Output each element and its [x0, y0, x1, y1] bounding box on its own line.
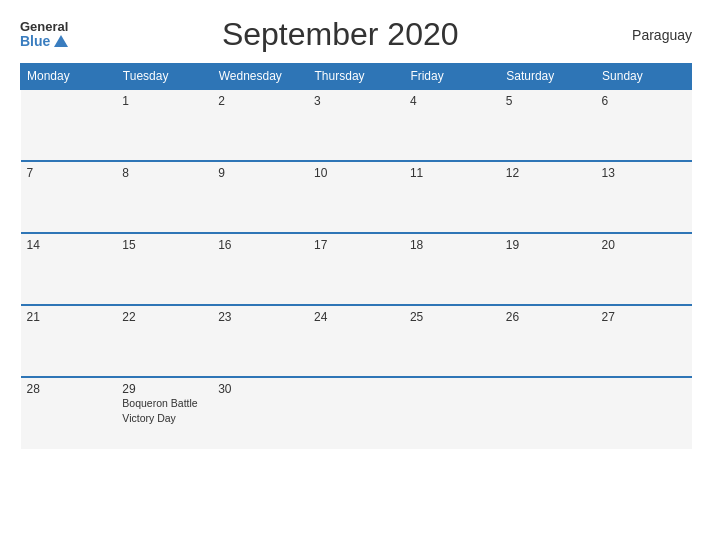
calendar-cell: 6	[596, 89, 692, 161]
header-saturday: Saturday	[500, 64, 596, 90]
day-number: 16	[218, 238, 302, 252]
week-row-4: 21222324252627	[21, 305, 692, 377]
calendar-cell: 29Boqueron Battle Victory Day	[116, 377, 212, 449]
calendar-cell	[308, 377, 404, 449]
week-row-3: 14151617181920	[21, 233, 692, 305]
calendar-cell: 14	[21, 233, 117, 305]
week-row-2: 78910111213	[21, 161, 692, 233]
day-number: 12	[506, 166, 590, 180]
logo: General Blue	[20, 20, 68, 50]
calendar-cell: 5	[500, 89, 596, 161]
calendar-cell: 2	[212, 89, 308, 161]
calendar-cell: 7	[21, 161, 117, 233]
event-label: Boqueron Battle Victory Day	[122, 397, 197, 424]
day-number: 28	[27, 382, 111, 396]
calendar-cell	[500, 377, 596, 449]
calendar-cell: 9	[212, 161, 308, 233]
day-number: 18	[410, 238, 494, 252]
calendar-cell: 30	[212, 377, 308, 449]
day-number: 3	[314, 94, 398, 108]
day-number: 17	[314, 238, 398, 252]
calendar-cell: 18	[404, 233, 500, 305]
calendar-cell	[21, 89, 117, 161]
day-number: 22	[122, 310, 206, 324]
logo-general-text: General	[20, 20, 68, 34]
calendar-cell: 27	[596, 305, 692, 377]
calendar-cell: 3	[308, 89, 404, 161]
calendar-cell: 11	[404, 161, 500, 233]
day-number: 9	[218, 166, 302, 180]
week-row-1: 123456	[21, 89, 692, 161]
calendar-cell: 21	[21, 305, 117, 377]
calendar-cell: 4	[404, 89, 500, 161]
week-row-5: 2829Boqueron Battle Victory Day30	[21, 377, 692, 449]
day-number: 29	[122, 382, 206, 396]
calendar-cell: 23	[212, 305, 308, 377]
day-number: 25	[410, 310, 494, 324]
calendar-cell: 24	[308, 305, 404, 377]
header-sunday: Sunday	[596, 64, 692, 90]
calendar-header: General Blue September 2020 Paraguay	[20, 16, 692, 53]
day-number: 27	[602, 310, 686, 324]
calendar-cell: 22	[116, 305, 212, 377]
weekday-header-row: Monday Tuesday Wednesday Thursday Friday…	[21, 64, 692, 90]
calendar-cell: 28	[21, 377, 117, 449]
calendar-cell: 16	[212, 233, 308, 305]
calendar-cell	[404, 377, 500, 449]
logo-blue-text: Blue	[20, 34, 68, 49]
day-number: 26	[506, 310, 590, 324]
day-number: 20	[602, 238, 686, 252]
calendar-cell: 1	[116, 89, 212, 161]
header-tuesday: Tuesday	[116, 64, 212, 90]
day-number: 21	[27, 310, 111, 324]
header-friday: Friday	[404, 64, 500, 90]
calendar-cell: 25	[404, 305, 500, 377]
header-wednesday: Wednesday	[212, 64, 308, 90]
calendar-cell: 12	[500, 161, 596, 233]
day-number: 11	[410, 166, 494, 180]
day-number: 19	[506, 238, 590, 252]
calendar-cell: 10	[308, 161, 404, 233]
day-number: 6	[602, 94, 686, 108]
calendar-cell: 15	[116, 233, 212, 305]
day-number: 7	[27, 166, 111, 180]
calendar-table: Monday Tuesday Wednesday Thursday Friday…	[20, 63, 692, 449]
day-number: 4	[410, 94, 494, 108]
calendar-cell: 20	[596, 233, 692, 305]
calendar-container: General Blue September 2020 Paraguay Mon…	[0, 0, 712, 550]
day-number: 5	[506, 94, 590, 108]
day-number: 14	[27, 238, 111, 252]
calendar-cell	[596, 377, 692, 449]
day-number: 30	[218, 382, 302, 396]
day-number: 24	[314, 310, 398, 324]
calendar-cell: 13	[596, 161, 692, 233]
country-label: Paraguay	[612, 27, 692, 43]
day-number: 8	[122, 166, 206, 180]
day-number: 1	[122, 94, 206, 108]
calendar-cell: 17	[308, 233, 404, 305]
month-title: September 2020	[68, 16, 612, 53]
day-number: 2	[218, 94, 302, 108]
calendar-cell: 8	[116, 161, 212, 233]
calendar-cell: 19	[500, 233, 596, 305]
calendar-cell: 26	[500, 305, 596, 377]
day-number: 13	[602, 166, 686, 180]
header-monday: Monday	[21, 64, 117, 90]
header-thursday: Thursday	[308, 64, 404, 90]
day-number: 15	[122, 238, 206, 252]
logo-triangle-icon	[54, 35, 68, 47]
day-number: 10	[314, 166, 398, 180]
day-number: 23	[218, 310, 302, 324]
